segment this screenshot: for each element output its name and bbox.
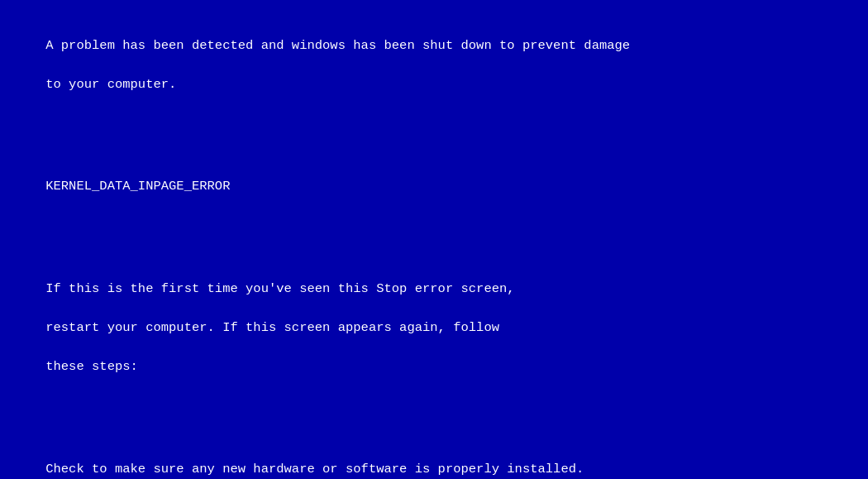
- bsod-screen: A problem has been detected and windows …: [0, 0, 868, 479]
- para1-line2: restart your computer. If this screen ap…: [45, 320, 499, 335]
- error-code-header: KERNEL_DATA_INPAGE_ERROR: [45, 179, 230, 194]
- para1-line1: If this is the first time you've seen th…: [45, 281, 514, 296]
- para1-line3: these steps:: [45, 359, 138, 374]
- line2: to your computer.: [45, 77, 176, 92]
- line1: A problem has been detected and windows …: [45, 38, 630, 53]
- para2-line1: Check to make sure any new hardware or s…: [45, 462, 584, 477]
